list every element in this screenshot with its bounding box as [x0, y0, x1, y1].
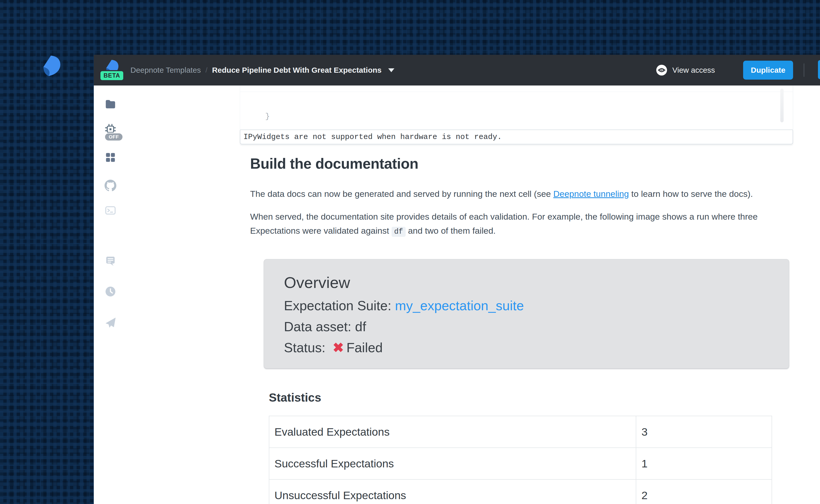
stat-value: 2	[636, 479, 772, 504]
section-heading: Build the documentation	[250, 155, 791, 172]
header-divider	[804, 63, 804, 77]
sidebar-item-terminal[interactable]	[104, 205, 116, 216]
markdown-cell[interactable]: Build the documentation The data docs ca…	[250, 155, 791, 248]
deepnote-tunneling-link[interactable]: Deepnote tunneling	[553, 189, 629, 199]
deepnote-logo-icon	[39, 54, 61, 76]
stdout-message: IPyWidgets are not supported when hardwa…	[240, 130, 793, 144]
breadcrumb[interactable]: Deepnote Templates	[130, 66, 201, 74]
stat-label: Unsuccessful Expectations	[269, 479, 636, 504]
sidebar-item-hardware[interactable]: OFF	[104, 123, 116, 135]
json-output: } ], "evaluation_parameters": {},	[240, 87, 793, 130]
code-cell[interactable]: } ], "evaluation_parameters": {}, IPyWid…	[240, 85, 793, 144]
overview-title: Overview	[284, 274, 779, 292]
table-row: Evaluated Expectations 3	[269, 416, 772, 448]
table-row: Unsuccessful Expectations 2	[269, 479, 772, 504]
view-access-label: View access	[673, 66, 715, 74]
paragraph-text: to learn how to serve the docs).	[629, 189, 753, 199]
paragraph-text: When served, the documentation site prov…	[250, 212, 758, 235]
github-icon	[104, 180, 116, 191]
status-line: Status: ✖Failed	[284, 340, 779, 356]
edge-button-sliver[interactable]	[818, 60, 820, 79]
statistics-heading: Statistics	[269, 391, 789, 404]
deepnote-watermark-logo	[39, 54, 61, 78]
sidebar-item-github[interactable]	[104, 180, 116, 191]
notebook-content: } ], "evaluation_parameters": {}, IPyWid…	[127, 85, 820, 504]
view-access-button[interactable]: View access	[656, 64, 715, 76]
suite-label: Expectation Suite:	[284, 298, 395, 313]
sidebar-item-history[interactable]	[104, 286, 116, 297]
stat-label: Evaluated Expectations	[269, 416, 636, 448]
data-docs-image: Overview Expectation Suite: my_expectati…	[264, 259, 789, 504]
sidebar: OFF	[94, 85, 127, 504]
expectation-suite-line: Expectation Suite: my_expectation_suite	[284, 298, 779, 314]
sidebar-item-files[interactable]	[104, 98, 116, 110]
table-row: Successful Expectations 1	[269, 448, 772, 479]
paragraph-2: When served, the documentation site prov…	[250, 210, 791, 239]
terminal-icon	[104, 205, 116, 216]
eye-icon	[656, 64, 668, 76]
breadcrumb-separator: /	[206, 66, 208, 74]
data-asset-line: Data asset: df	[284, 319, 779, 335]
sidebar-item-blocks[interactable]	[104, 152, 116, 163]
status-label: Status:	[284, 340, 329, 355]
grid-icon	[104, 152, 116, 163]
stat-value: 3	[636, 416, 772, 448]
hardware-off-badge: OFF	[104, 133, 123, 141]
main-area: OFF	[94, 85, 820, 504]
header-bar: BETA Deepnote Templates / Reduce Pipelin…	[94, 55, 820, 85]
statistics-table: Evaluated Expectations 3 Successful Expe…	[269, 416, 772, 504]
status-value: Failed	[347, 340, 383, 355]
sidebar-item-publish[interactable]	[104, 317, 116, 328]
scrollbar-thumb[interactable]	[780, 89, 784, 122]
clock-icon	[104, 286, 116, 297]
folder-icon	[104, 98, 116, 110]
page-title[interactable]: Reduce Pipeline Debt With Great Expectat…	[212, 66, 382, 74]
inline-code-df: df	[392, 227, 406, 237]
code-output-area[interactable]: } ], "evaluation_parameters": {},	[240, 85, 793, 130]
paragraph-text: and two of them failed.	[406, 226, 496, 235]
beta-badge: BETA	[99, 70, 124, 81]
overview-panel: Overview Expectation Suite: my_expectati…	[264, 259, 789, 369]
duplicate-button[interactable]: Duplicate	[743, 61, 793, 80]
chevron-down-icon[interactable]	[388, 68, 394, 72]
stat-label: Successful Expectations	[269, 448, 636, 479]
stat-value: 1	[636, 448, 772, 479]
paragraph-text: The data docs can now be generated and s…	[250, 189, 553, 199]
comment-icon	[104, 255, 116, 267]
code-line: }	[247, 111, 793, 123]
deepnote-app-logo[interactable]: BETA	[101, 57, 120, 83]
paragraph-1: The data docs can now be generated and s…	[250, 187, 791, 201]
failed-x-icon: ✖	[333, 340, 344, 355]
send-icon	[104, 317, 116, 328]
sidebar-item-comments[interactable]	[104, 255, 116, 267]
app-window: BETA Deepnote Templates / Reduce Pipelin…	[94, 55, 820, 504]
suite-link: my_expectation_suite	[395, 298, 524, 313]
